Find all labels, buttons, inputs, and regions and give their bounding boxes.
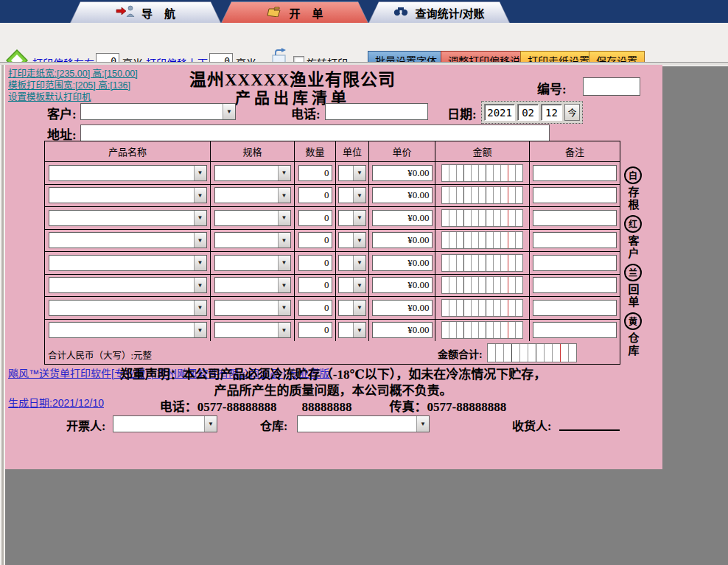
spec-combo-8[interactable]: ▼ — [214, 322, 291, 338]
price-input-8[interactable] — [372, 322, 433, 338]
unit-combo-8[interactable]: ▼ — [338, 322, 366, 338]
item-row-1-cell-1: ▼ — [211, 162, 295, 184]
chevron-down-icon[interactable]: ▼ — [278, 301, 290, 315]
qty-input-2[interactable] — [298, 187, 332, 203]
tab-create-order[interactable]: 开 单 — [221, 1, 368, 23]
no-input[interactable] — [583, 77, 640, 96]
chevron-down-icon[interactable]: ▼ — [194, 323, 206, 337]
note-input-3[interactable] — [533, 210, 617, 226]
product-combo-7[interactable]: ▼ — [49, 300, 207, 316]
chevron-down-icon[interactable]: ▼ — [194, 188, 206, 203]
product-combo-1[interactable]: ▼ — [49, 165, 207, 181]
note-input-5[interactable] — [533, 255, 617, 271]
chevron-down-icon[interactable]: ▼ — [416, 416, 429, 432]
product-combo-3[interactable]: ▼ — [49, 210, 207, 226]
spec-combo-7[interactable]: ▼ — [214, 300, 291, 316]
chevron-down-icon[interactable]: ▼ — [353, 278, 365, 292]
qty-input-8[interactable] — [298, 322, 332, 338]
digit-cell — [486, 232, 494, 248]
tab-navigation[interactable]: 导 航 — [70, 1, 221, 23]
unit-combo-5[interactable]: ▼ — [338, 255, 366, 271]
unit-combo-1[interactable]: ▼ — [338, 165, 366, 181]
chevron-down-icon[interactable]: ▼ — [194, 233, 206, 248]
chevron-down-icon[interactable]: ▼ — [353, 211, 365, 225]
chevron-down-icon[interactable]: ▼ — [194, 301, 206, 315]
chevron-down-icon[interactable]: ▼ — [353, 188, 365, 203]
customer-combo[interactable]: ▼ — [80, 103, 236, 120]
left-splitter[interactable] — [0, 65, 5, 565]
price-input-5[interactable] — [372, 255, 433, 271]
spec-combo-4[interactable]: ▼ — [214, 232, 291, 248]
qty-input-4[interactable] — [298, 232, 332, 248]
qty-input-7[interactable] — [298, 300, 332, 316]
price-input-7[interactable] — [372, 300, 433, 316]
chevron-down-icon[interactable]: ▼ — [278, 278, 290, 292]
date-today-button[interactable]: 今 — [564, 104, 580, 121]
date-day-field[interactable]: 12 — [541, 104, 562, 121]
date-picker[interactable]: 2021 02 12 今 — [481, 101, 583, 124]
chevron-down-icon[interactable]: ▼ — [194, 166, 206, 180]
spec-combo-2[interactable]: ▼ — [214, 187, 291, 203]
price-input-1[interactable] — [372, 165, 433, 181]
price-input-6[interactable] — [372, 277, 433, 293]
spec-combo-1[interactable]: ▼ — [214, 165, 291, 181]
chevron-down-icon[interactable]: ▼ — [278, 323, 290, 337]
chevron-down-icon[interactable]: ▼ — [353, 323, 365, 337]
address-input[interactable] — [80, 124, 550, 141]
spec-combo-5[interactable]: ▼ — [214, 255, 291, 271]
unit-combo-7[interactable]: ▼ — [338, 300, 366, 316]
chevron-down-icon[interactable]: ▼ — [223, 104, 235, 119]
spec-combo-3[interactable]: ▼ — [214, 210, 291, 226]
item-row-2-cell-3: ▼ — [336, 185, 369, 207]
price-input-3[interactable] — [372, 210, 433, 226]
chevron-down-icon[interactable]: ▼ — [194, 211, 206, 225]
price-input-4[interactable] — [372, 232, 433, 248]
chevron-down-icon[interactable]: ▼ — [278, 188, 290, 203]
qty-input-5[interactable] — [298, 255, 332, 271]
qty-input-1[interactable] — [298, 165, 332, 181]
unit-combo-2[interactable]: ▼ — [338, 187, 366, 203]
product-combo-4[interactable]: ▼ — [49, 232, 207, 248]
chevron-down-icon[interactable]: ▼ — [194, 256, 206, 270]
product-combo-2[interactable]: ▼ — [49, 187, 207, 203]
chevron-down-icon[interactable]: ▼ — [353, 256, 365, 270]
unit-combo-6[interactable]: ▼ — [338, 277, 366, 293]
product-combo-6[interactable]: ▼ — [49, 277, 207, 293]
chevron-down-icon[interactable]: ▼ — [278, 256, 290, 270]
default-printer-link[interactable]: 设置模板默认打印机 — [8, 89, 91, 103]
digit-cell — [442, 300, 449, 316]
product-combo-8[interactable]: ▼ — [49, 322, 207, 338]
note-input-2[interactable] — [533, 187, 617, 203]
date-year-field[interactable]: 2021 — [484, 104, 515, 121]
date-month-field[interactable]: 02 — [517, 104, 539, 121]
qty-input-3[interactable] — [298, 210, 332, 226]
chevron-down-icon[interactable]: ▼ — [194, 278, 206, 292]
issuer-combo[interactable]: ▼ — [113, 415, 217, 432]
chevron-down-icon[interactable]: ▼ — [278, 166, 290, 180]
qty-input-6[interactable] — [298, 277, 332, 293]
digit-cell — [501, 322, 508, 338]
tab-query-stats[interactable]: 查询统计/对账 — [368, 1, 510, 23]
note-input-1[interactable] — [533, 165, 617, 181]
price-input-2[interactable] — [372, 187, 433, 203]
note-input-6[interactable] — [533, 277, 617, 293]
item-row-2: ▼▼▼ — [45, 185, 620, 208]
item-row-1: ▼▼▼ — [45, 162, 620, 185]
chevron-down-icon[interactable]: ▼ — [278, 233, 290, 248]
total-amount-label: 金额合计: — [438, 346, 483, 361]
chevron-down-icon[interactable]: ▼ — [353, 166, 365, 180]
product-combo-5[interactable]: ▼ — [49, 255, 207, 271]
chevron-down-icon[interactable]: ▼ — [353, 233, 365, 248]
chevron-down-icon[interactable]: ▼ — [204, 416, 217, 432]
note-input-7[interactable] — [533, 300, 617, 316]
warehouse-combo[interactable]: ▼ — [297, 415, 430, 432]
unit-combo-4[interactable]: ▼ — [338, 232, 366, 248]
item-row-2-cell-0: ▼ — [45, 185, 211, 207]
chevron-down-icon[interactable]: ▼ — [278, 211, 290, 225]
chevron-down-icon[interactable]: ▼ — [353, 301, 365, 315]
spec-combo-6[interactable]: ▼ — [214, 277, 291, 293]
unit-combo-3[interactable]: ▼ — [338, 210, 366, 226]
note-input-4[interactable] — [533, 232, 617, 248]
phone-input[interactable] — [325, 103, 428, 120]
note-input-8[interactable] — [533, 322, 617, 338]
